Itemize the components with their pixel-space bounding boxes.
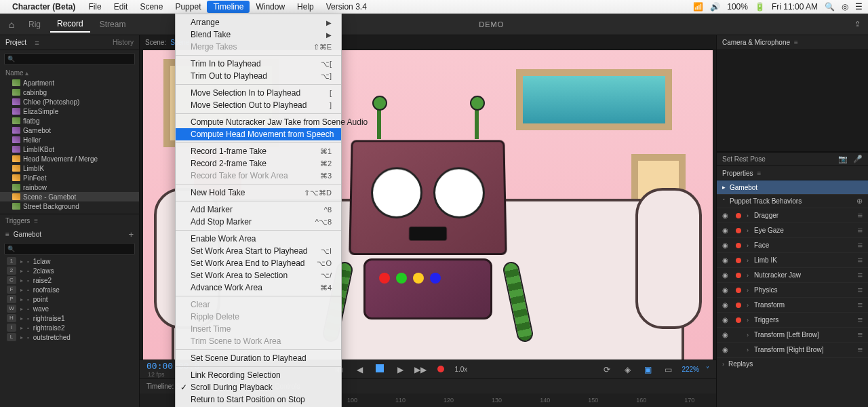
trigger-row[interactable]: C▸•raise2 bbox=[0, 275, 139, 285]
mac-menu-edit[interactable]: Edit bbox=[108, 1, 134, 13]
col-name[interactable]: Name bbox=[5, 69, 24, 77]
mac-menu-file[interactable]: File bbox=[82, 1, 107, 13]
mac-menu-help[interactable]: Help bbox=[291, 1, 320, 13]
menu-item[interactable]: Move Selection Out to Playhead] bbox=[176, 99, 341, 111]
menu-item[interactable]: Set Work Area to Selection⌥/ bbox=[176, 269, 341, 282]
menu-item[interactable]: Return to Start Position on Stop bbox=[176, 393, 341, 406]
project-search-input[interactable] bbox=[5, 56, 134, 63]
volume-icon[interactable]: 🔊 bbox=[710, 2, 720, 12]
behavior-menu-icon[interactable]: ≡ bbox=[857, 330, 863, 340]
set-rest-pose[interactable]: Set Rest Pose bbox=[722, 155, 766, 163]
visibility-icon[interactable]: ◉ bbox=[722, 256, 730, 264]
tab-stream[interactable]: Stream bbox=[93, 17, 133, 32]
behavior-menu-icon[interactable]: ≡ bbox=[857, 300, 863, 310]
snapping-icon[interactable]: ◈ bbox=[620, 365, 634, 374]
trigger-row[interactable]: I▸•rightraise2 bbox=[0, 323, 139, 332]
visibility-icon[interactable]: ◉ bbox=[722, 271, 730, 279]
project-item[interactable]: rainbow bbox=[0, 182, 139, 192]
zoom-level[interactable]: 222% bbox=[682, 366, 699, 373]
behavior-menu-icon[interactable]: ≡ bbox=[857, 315, 863, 325]
mac-menu-version[interactable]: Version 3.4 bbox=[320, 1, 373, 13]
visibility-icon[interactable]: ◉ bbox=[722, 346, 730, 353]
behavior-row[interactable]: ◉›Face≡ bbox=[717, 237, 868, 252]
menu-item[interactable]: Blend Take▶ bbox=[176, 28, 341, 41]
project-item[interactable]: Chloe (Photoshop) bbox=[0, 97, 139, 106]
behavior-menu-icon[interactable]: ≡ bbox=[857, 255, 863, 265]
behaviors-section[interactable]: Puppet Track Behaviors bbox=[730, 197, 802, 205]
record-arm-icon[interactable] bbox=[736, 258, 741, 263]
record-arm-icon[interactable] bbox=[736, 347, 741, 353]
project-tab[interactable]: Project bbox=[5, 39, 26, 46]
stop-button[interactable] bbox=[373, 364, 387, 374]
behavior-row[interactable]: ◉›Transform [Right Brow]≡ bbox=[717, 342, 868, 357]
behavior-row[interactable]: ◉›Triggers≡ bbox=[717, 312, 868, 327]
behavior-menu-icon[interactable]: ≡ bbox=[857, 210, 863, 220]
record-arm-icon[interactable] bbox=[736, 332, 741, 338]
menu-item[interactable]: Trim Out to Playhead⌥] bbox=[176, 70, 341, 82]
menu-item[interactable]: New Hold Take⇧⌥⌘D bbox=[176, 187, 341, 199]
triggers-puppet[interactable]: Gamebot bbox=[14, 231, 41, 238]
menu-item[interactable]: Add Marker^8 bbox=[176, 204, 341, 216]
behavior-row[interactable]: ◉›Physics≡ bbox=[717, 282, 868, 297]
menu-item[interactable]: Enable Work Area bbox=[176, 233, 341, 245]
camera-mic-title[interactable]: Camera & Microphone bbox=[722, 39, 790, 46]
project-search[interactable] bbox=[4, 53, 135, 65]
behavior-menu-icon[interactable]: ≡ bbox=[857, 270, 863, 280]
tab-record[interactable]: Record bbox=[50, 16, 90, 33]
project-item[interactable]: Gamebot bbox=[0, 125, 139, 135]
visibility-icon[interactable]: ◉ bbox=[722, 212, 730, 219]
camera-icon[interactable]: 📷 bbox=[838, 155, 848, 163]
record-arm-icon[interactable] bbox=[736, 228, 741, 233]
visibility-icon[interactable]: ◉ bbox=[722, 316, 730, 324]
trigger-row[interactable]: W▸•wave bbox=[0, 304, 139, 313]
behavior-menu-icon[interactable]: ≡ bbox=[857, 345, 863, 355]
panel-menu-icon[interactable]: ≡ bbox=[35, 39, 39, 47]
mac-menu-window[interactable]: Window bbox=[250, 1, 291, 13]
mac-clock[interactable]: Fri 11:00 AM bbox=[772, 2, 818, 12]
mac-menu-timeline[interactable]: Timeline bbox=[207, 1, 250, 13]
wifi-icon[interactable]: 📶 bbox=[693, 2, 703, 12]
viewport-mode-icon[interactable]: ▣ bbox=[641, 365, 654, 374]
history-tab[interactable]: History bbox=[113, 39, 134, 46]
panel-menu-icon[interactable]: ≡ bbox=[34, 217, 38, 225]
mic-icon[interactable]: 🎤 bbox=[853, 155, 863, 163]
project-item[interactable]: cabinbg bbox=[0, 88, 139, 97]
camera-preview[interactable] bbox=[717, 50, 868, 152]
menu-item[interactable]: Link Recording Selection bbox=[176, 369, 341, 381]
add-behavior-icon[interactable]: ⊕ bbox=[856, 197, 863, 206]
record-arm-icon[interactable] bbox=[736, 213, 741, 218]
spotlight-icon[interactable]: 🔍 bbox=[825, 2, 835, 12]
project-item[interactable]: LimbIK bbox=[0, 163, 139, 173]
fullscreen-icon[interactable]: ▭ bbox=[661, 365, 675, 374]
project-item[interactable]: flatbg bbox=[0, 116, 139, 125]
behavior-row[interactable]: ◉›Transform≡ bbox=[717, 297, 868, 312]
project-item[interactable]: PinFeet bbox=[0, 173, 139, 182]
project-item[interactable]: Heller bbox=[0, 135, 139, 144]
menu-item[interactable]: Set Work Area End to Playhead⌥O bbox=[176, 257, 341, 269]
step-back-button[interactable]: ◀ bbox=[353, 365, 366, 374]
project-item[interactable]: Apartment bbox=[0, 78, 139, 88]
trigger-search[interactable] bbox=[4, 243, 135, 255]
behavior-row[interactable]: ◉›Nutcracker Jaw≡ bbox=[717, 267, 868, 282]
trigger-row[interactable]: 2▸•2claws bbox=[0, 266, 139, 275]
control-center-icon[interactable]: ◎ bbox=[842, 2, 848, 12]
menu-item[interactable]: Add Stop Marker^⌥8 bbox=[176, 216, 341, 228]
home-icon[interactable]: ⌂ bbox=[4, 19, 19, 30]
properties-title[interactable]: Properties bbox=[722, 170, 753, 177]
share-icon[interactable]: ⇪ bbox=[850, 20, 864, 28]
menu-item[interactable]: Advance Work Area⌘4 bbox=[176, 282, 341, 294]
menu-item[interactable]: Record 1-frame Take⌘1 bbox=[176, 145, 341, 157]
record-arm-icon[interactable] bbox=[736, 288, 741, 293]
project-item[interactable]: Scene - Gamebot bbox=[0, 192, 139, 201]
add-trigger-button[interactable]: + bbox=[128, 229, 134, 239]
behavior-row[interactable]: ◉›Dragger≡ bbox=[717, 208, 868, 222]
step-fwd-button[interactable]: ▶▶ bbox=[414, 365, 427, 374]
project-item[interactable]: Head Movement / Merge bbox=[0, 154, 139, 163]
visibility-icon[interactable]: ◉ bbox=[722, 241, 730, 249]
behavior-menu-icon[interactable]: ≡ bbox=[857, 225, 863, 235]
trigger-search-input[interactable] bbox=[5, 246, 134, 253]
behavior-row[interactable]: ◉›Limb IK≡ bbox=[717, 252, 868, 267]
menu-item[interactable]: Trim In to Playhead⌥[ bbox=[176, 58, 341, 70]
cycle-icon[interactable]: ⟳ bbox=[600, 365, 614, 374]
menu-item[interactable]: Move Selection In to Playhead[ bbox=[176, 87, 341, 99]
